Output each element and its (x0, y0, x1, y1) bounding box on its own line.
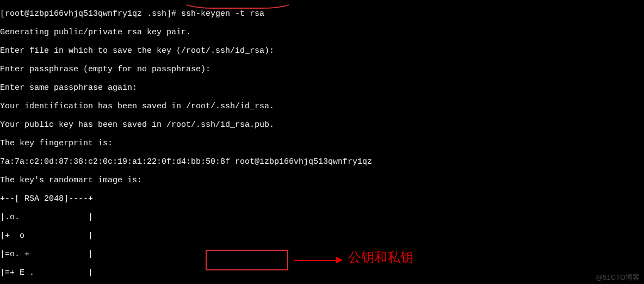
terminal-output[interactable]: [root@izbp166vhjq513qwnfry1qz .ssh]# ssh… (0, 0, 644, 284)
output-line: The key's randomart image is: (0, 176, 644, 185)
annotation-arrow-icon (294, 260, 337, 261)
output-line: Your identification has been saved in /r… (0, 102, 644, 111)
randomart-line: |.o. | (0, 213, 644, 222)
randomart-line: +--[ RSA 2048]----+ (0, 194, 644, 203)
output-line: Enter same passphrase again: (0, 83, 644, 92)
output-line: Generating public/private rsa key pair. (0, 28, 644, 37)
randomart-line: |+ o | (0, 231, 644, 240)
annotation-arrowhead-icon (336, 257, 343, 263)
randomart-line: |=+ E . | (0, 268, 644, 277)
annotation-label: 公钥和私钥 (348, 252, 413, 262)
output-line: Your public key has been saved in /root/… (0, 120, 644, 129)
fingerprint-line: 7a:7a:c2:0d:87:38:c2:0c:19:a1:22:0f:d4:b… (0, 157, 644, 166)
command-sshkeygen: ssh-keygen -t rsa (181, 9, 264, 18)
randomart-line: |=o. + | (0, 250, 644, 259)
shell-prompt: [root@izbp166vhjq513qwnfry1qz .ssh]# (0, 9, 176, 18)
output-line: The key fingerprint is: (0, 139, 644, 148)
output-line: Enter passphrase (empty for no passphras… (0, 65, 644, 74)
output-line: Enter file in which to save the key (/ro… (0, 46, 644, 55)
watermark-text: @51CTO博客 (596, 273, 640, 282)
